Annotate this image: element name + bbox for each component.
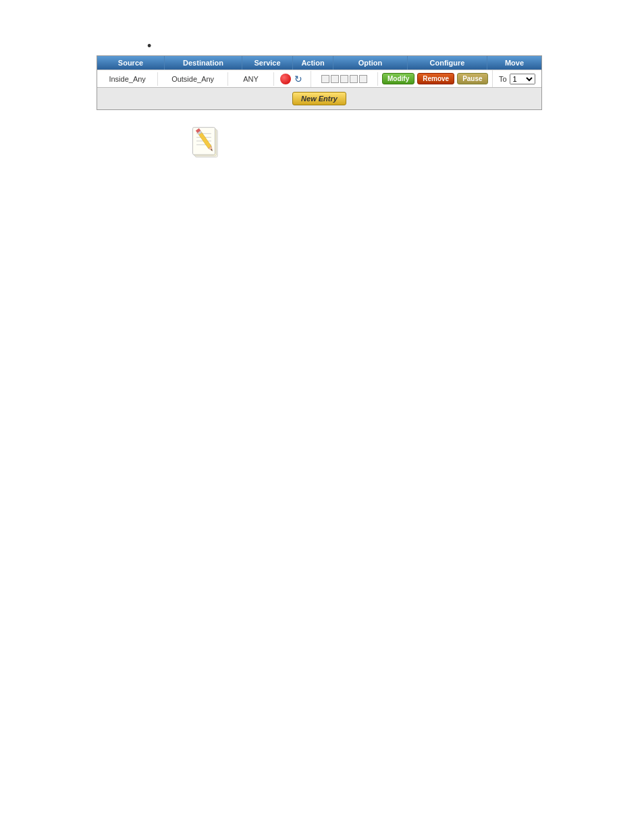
cell-configure: Modify Remove Pause <box>378 70 493 87</box>
option-box-5[interactable] <box>359 75 367 83</box>
option-box-3[interactable] <box>340 75 348 83</box>
header-destination: Destination <box>165 56 242 70</box>
pause-button[interactable]: Pause <box>457 73 487 84</box>
cell-service: ANY <box>228 72 274 86</box>
option-box-2[interactable] <box>331 75 339 83</box>
cell-source: Inside_Any <box>97 72 158 86</box>
header-service: Service <box>242 56 293 70</box>
cell-action: ↻ <box>274 71 311 87</box>
header-configure: Configure <box>408 56 487 70</box>
policy-table: Source Destination Service Action Option… <box>97 55 542 110</box>
bullet-point: • <box>147 39 151 53</box>
header-option: Option <box>333 56 408 70</box>
deny-icon <box>280 74 291 84</box>
header-move: Move <box>487 56 541 70</box>
header-source: Source <box>97 56 165 70</box>
header-action: Action <box>293 56 333 70</box>
option-box-1[interactable] <box>321 75 329 83</box>
option-box-4[interactable] <box>350 75 358 83</box>
new-entry-row: New Entry <box>97 87 541 109</box>
new-entry-button[interactable]: New Entry <box>292 92 346 105</box>
refresh-icon[interactable]: ↻ <box>293 74 304 84</box>
modify-button[interactable]: Modify <box>382 73 414 84</box>
cell-destination: Outside_Any <box>158 72 228 86</box>
pencil-icon <box>189 125 226 162</box>
cell-move: To 1 <box>493 71 541 87</box>
cell-option <box>311 72 378 86</box>
table-row: Inside_Any Outside_Any ANY ↻ Modify Remo… <box>97 70 541 87</box>
move-to-label: To <box>499 75 507 83</box>
remove-button[interactable]: Remove <box>417 73 454 84</box>
move-select[interactable]: 1 <box>510 74 535 84</box>
table-header: Source Destination Service Action Option… <box>97 56 541 70</box>
